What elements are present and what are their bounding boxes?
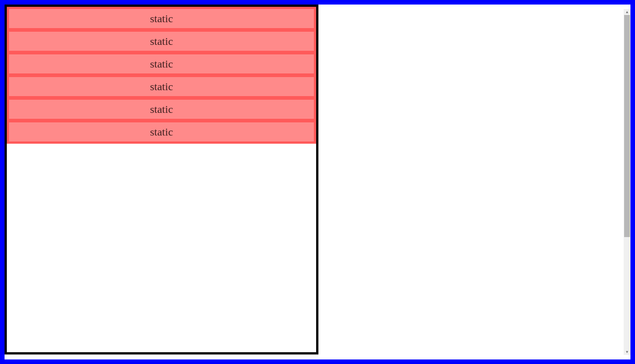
static-item: static xyxy=(9,9,314,28)
static-item: static xyxy=(9,100,314,119)
vertical-scrollbar[interactable]: ▲ ▼ xyxy=(624,9,630,355)
outer-frame: static static static static static stati… xyxy=(0,0,635,364)
static-item: static xyxy=(9,54,314,73)
scroll-track[interactable] xyxy=(624,15,630,349)
static-item: static xyxy=(9,77,314,96)
inner-frame: static static static static static stati… xyxy=(5,5,318,354)
static-item: static xyxy=(9,122,314,141)
scroll-thumb[interactable] xyxy=(624,15,630,237)
scroll-up-arrow-icon[interactable]: ▲ xyxy=(624,9,630,15)
scroll-down-arrow-icon[interactable]: ▼ xyxy=(624,349,630,355)
item-container: static static static static static stati… xyxy=(7,7,316,144)
static-item: static xyxy=(9,32,314,51)
